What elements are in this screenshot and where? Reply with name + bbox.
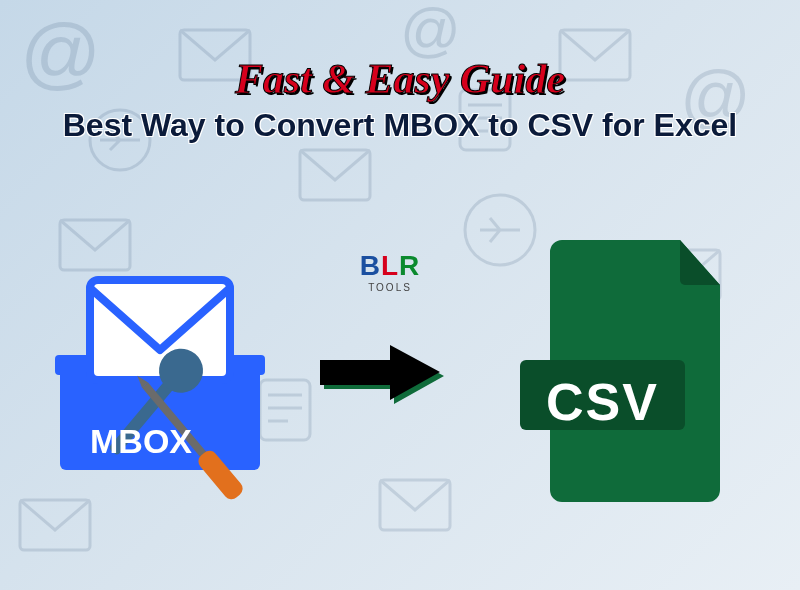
arrow-icon (320, 340, 450, 410)
title-line1: Fast & Easy Guide (0, 55, 800, 103)
svg-marker-24 (320, 345, 440, 400)
title-block: Fast & Easy Guide Best Way to Convert MB… (0, 0, 800, 144)
logo-subtext: TOOLS (350, 282, 430, 293)
csv-label: CSV (546, 372, 659, 432)
blr-tools-logo: BLR TOOLS (350, 250, 430, 293)
logo-letters: BLR (350, 250, 430, 282)
mbox-label: MBOX (90, 422, 192, 461)
csv-icon: CSV (520, 230, 740, 510)
mbox-icon: MBOX (40, 240, 300, 500)
title-line2: Best Way to Convert MBOX to CSV for Exce… (0, 107, 800, 144)
